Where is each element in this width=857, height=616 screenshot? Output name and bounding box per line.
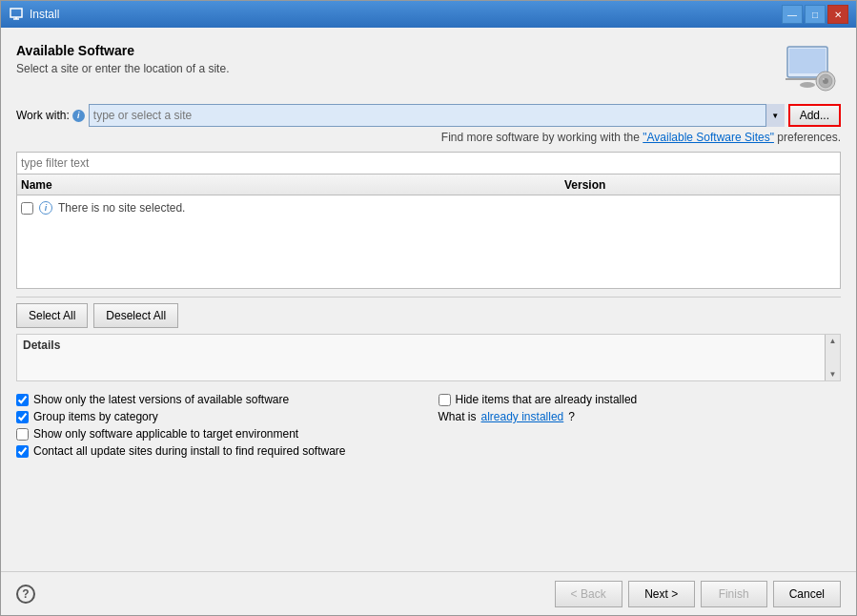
svg-point-10 [823,78,825,80]
site-combo-wrapper: ▼ [89,104,785,127]
already-installed-row: What is already installed ? [439,410,842,423]
svg-rect-4 [789,49,826,73]
option-checkbox-2[interactable] [16,411,29,423]
option-item-4: Contact all update sites during install … [16,444,419,458]
work-with-info-icon: i [72,110,85,122]
filter-input[interactable] [21,156,836,170]
already-installed-prefix: What is [439,410,477,423]
column-version: Version [564,178,836,192]
maximize-button[interactable]: □ [805,5,826,24]
work-with-label: Work with: i [16,109,85,122]
svg-rect-0 [10,9,22,17]
software-icon [780,43,841,92]
option-checkbox-5[interactable] [439,394,451,406]
bottom-bar: ? < Back Next > Finish Cancel [1,571,856,615]
finish-button[interactable]: Finish [701,581,767,607]
svg-point-6 [800,82,815,88]
select-all-button[interactable]: Select All [16,303,88,328]
details-label: Details [17,335,840,354]
scroll-up-arrow[interactable]: ▲ [829,337,837,345]
filter-row [16,152,841,175]
deselect-all-button[interactable]: Deselect All [93,303,178,328]
window-controls: — □ ✕ [782,5,848,24]
option-label-3: Show only software applicable to target … [33,427,298,441]
option-label-1: Show only the latest versions of availab… [33,393,289,406]
back-button[interactable]: < Back [555,581,622,607]
scroll-down-arrow[interactable]: ▼ [829,370,837,379]
find-more-suffix: preferences. [777,131,841,144]
header-text: Available Software Select a site or ente… [16,43,229,75]
option-label-5: Hide items that are already installed [456,393,638,406]
find-more-prefix: Find more software by working with the [441,131,643,144]
options-right: Hide items that are already installed Wh… [439,393,842,458]
page-subtitle: Select a site or enter the location of a… [16,62,229,75]
already-installed-suffix: ? [568,410,575,423]
details-scrollbar[interactable]: ▲ ▼ [825,335,840,380]
option-label-2: Group items by category [33,410,158,423]
row-info-icon: i [39,201,52,215]
cancel-button[interactable]: Cancel [773,581,841,607]
close-button[interactable]: ✕ [827,5,848,24]
title-bar: Install — □ ✕ [1,1,856,28]
row-checkbox[interactable] [21,202,33,215]
work-with-row: Work with: i ▼ Add... [16,104,841,127]
option-item-1: Show only the latest versions of availab… [16,393,419,406]
no-site-message: There is no site selected. [58,201,185,215]
details-section: Details ▲ ▼ [16,334,841,381]
install-window: Install — □ ✕ Available Software Select … [0,0,857,616]
help-button[interactable]: ? [16,585,35,604]
option-item-5: Hide items that are already installed [439,393,842,406]
header-section: Available Software Select a site or ente… [16,43,841,92]
table-row: i There is no site selected. [21,199,836,216]
selection-buttons-row: Select All Deselect All [16,297,841,334]
find-more-row: Find more software by working with the "… [16,131,841,144]
content-area: Available Software Select a site or ente… [1,28,856,571]
next-button[interactable]: Next > [628,581,695,607]
option-item-2: Group items by category [16,410,419,423]
site-input[interactable] [89,104,785,127]
add-button[interactable]: Add... [788,104,841,127]
window-icon [9,7,24,22]
option-checkbox-4[interactable] [16,445,29,458]
minimize-button[interactable]: — [782,5,803,24]
already-installed-link[interactable]: already installed [481,410,564,423]
column-name: Name [21,178,564,192]
page-title: Available Software [16,43,229,58]
navigation-buttons: < Back Next > Finish Cancel [555,581,841,607]
options-left: Show only the latest versions of availab… [16,393,419,458]
table-body: i There is no site selected. [17,195,840,288]
window-title: Install [30,8,782,21]
combo-dropdown-arrow[interactable]: ▼ [765,104,785,127]
option-label-4: Contact all update sites during install … [33,444,346,458]
option-item-3: Show only software applicable to target … [16,427,419,441]
available-software-sites-link[interactable]: "Available Software Sites" [643,131,774,144]
option-checkbox-1[interactable] [16,394,29,406]
option-checkbox-3[interactable] [16,428,29,441]
software-table: Name Version i There is no site selected… [16,175,841,289]
options-grid: Show only the latest versions of availab… [16,393,841,458]
table-header: Name Version [17,175,840,195]
